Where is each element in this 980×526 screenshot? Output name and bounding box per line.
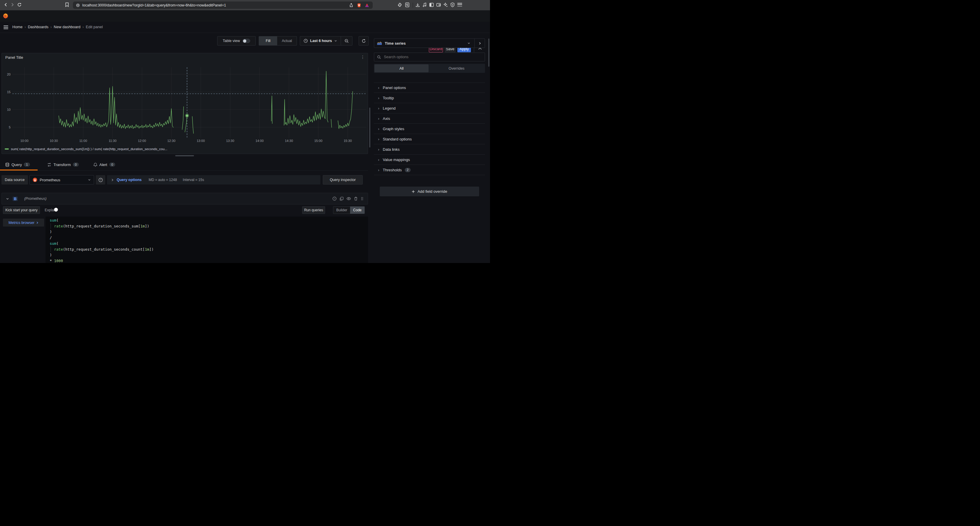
query-ref-id[interactable]: B — [13, 197, 18, 201]
metrics-browser-button[interactable]: Metrics browser — [3, 219, 44, 227]
option-group-data-links[interactable]: ›Data links — [374, 144, 485, 154]
chevron-down-icon — [334, 40, 337, 42]
url-bar[interactable]: localhost:3000/dashboard/new?orgId=1&tab… — [73, 2, 373, 9]
tab-alert[interactable]: Alert 0 — [94, 159, 115, 170]
back-icon[interactable] — [3, 2, 8, 7]
toggle-visibility-icon[interactable] — [347, 197, 351, 200]
query-ref-datasource: (Prometheus) — [24, 197, 46, 201]
code-line[interactable]: ) — [50, 229, 368, 235]
builder-option[interactable]: Builder — [333, 207, 350, 214]
x-axis-tick: 11:30 — [109, 139, 117, 143]
actual-option[interactable]: Actual — [277, 37, 297, 45]
legend-label[interactable]: sum( rate(http_request_duration_seconds_… — [11, 147, 167, 151]
drag-handle-icon[interactable] — [361, 197, 364, 201]
query-inspector-button[interactable]: Query inspector — [323, 175, 363, 184]
reload-icon[interactable] — [17, 2, 22, 7]
kickstart-button[interactable]: Kick start your query — [3, 206, 40, 214]
legend[interactable]: sum( rate(http_request_duration_seconds_… — [5, 147, 167, 151]
vpn-shield-icon[interactable] — [450, 2, 455, 7]
code-line[interactable]: * 1000 — [50, 258, 368, 263]
chevron-right-icon — [36, 221, 38, 224]
tab-overrides[interactable]: Overrides — [429, 64, 484, 72]
sidebar-panel-icon[interactable] — [429, 3, 434, 7]
code-line[interactable]: sum( — [50, 241, 368, 246]
panel-title: Panel Title — [5, 55, 23, 60]
delete-query-icon[interactable] — [354, 197, 358, 201]
forward-icon[interactable] — [10, 2, 15, 7]
promql-code-editor[interactable]: sum( rate(http_request_duration_seconds_… — [46, 216, 368, 263]
collapse-pane-button[interactable] — [475, 39, 485, 48]
svg-text:?: ? — [334, 197, 336, 200]
breadcrumb-dashboards[interactable]: Dashboards — [28, 25, 48, 29]
options-search[interactable] — [374, 52, 485, 61]
panel[interactable]: Panel Title ⋮ 10:0010:3011:0011:3012:001… — [2, 53, 368, 154]
zoom-out-button[interactable] — [341, 37, 352, 45]
code-line[interactable]: rate(http_request_duration_seconds_sum[1… — [50, 223, 368, 229]
query-options-bar[interactable]: Query options MD = auto = 1248 Interval … — [107, 175, 320, 184]
x-axis-tick: 10:00 — [20, 139, 29, 143]
option-group-standard-options[interactable]: ›Standard options — [374, 134, 485, 144]
code-option[interactable]: Code — [350, 207, 364, 214]
time-range-picker[interactable]: Last 6 hours — [300, 37, 340, 45]
query-row-b[interactable]: B (Prometheus) ? — [2, 193, 368, 205]
site-info-icon[interactable] — [76, 3, 80, 7]
editor-tabs: Query 1 Transform 0 Alert 0 — [0, 159, 368, 171]
duplicate-query-icon[interactable] — [339, 197, 344, 201]
fill-option[interactable]: Fill — [259, 37, 277, 45]
share-icon[interactable] — [349, 3, 353, 7]
options-search-input[interactable] — [383, 55, 482, 59]
hover-point — [186, 114, 188, 117]
main-scrollbar[interactable] — [369, 108, 371, 148]
thresholds-count-badge: 2 — [405, 168, 410, 172]
time-series-chart[interactable]: 10:0010:3011:0011:3012:0012:3013:0013:30… — [2, 65, 367, 144]
extensions-puzzle-icon[interactable] — [398, 3, 402, 7]
option-group-axis[interactable]: ›Axis — [374, 113, 485, 124]
search-tab-icon[interactable] — [405, 2, 409, 7]
panel-resize-handle[interactable] — [175, 155, 194, 156]
add-field-override-button[interactable]: Add field override — [380, 187, 479, 196]
x-axis-tick: 15:30 — [344, 139, 352, 143]
breadcrumb-bar: Home› Dashboards› New dashboard› Edit pa… — [0, 22, 490, 33]
leo-ai-sparkle-icon[interactable] — [443, 2, 448, 7]
breadcrumb-new-dashboard[interactable]: New dashboard — [54, 25, 81, 29]
chevron-right-icon — [111, 178, 114, 181]
option-group-legend[interactable]: ›Legend — [374, 103, 485, 113]
query-help-icon[interactable]: ? — [332, 197, 337, 201]
brave-shield-icon[interactable] — [357, 3, 361, 8]
table-view-toggle[interactable] — [242, 39, 250, 43]
datasource-help-button[interactable]: ? — [96, 175, 105, 184]
option-group-value-mappings[interactable]: ›Value mappings — [374, 154, 485, 165]
option-group-panel-options[interactable]: ›Panel options — [374, 83, 485, 93]
code-line[interactable]: rate(http_request_duration_seconds_count… — [50, 246, 368, 253]
browser-menu-icon[interactable] — [457, 3, 462, 6]
time-range-control: Last 6 hours — [300, 36, 352, 46]
breadcrumb-home[interactable]: Home — [12, 25, 22, 29]
datasource-picker[interactable]: Prometheus — [29, 175, 94, 184]
code-line[interactable]: ) — [50, 252, 368, 258]
refresh-button[interactable] — [359, 36, 369, 46]
y-axis-tick: 20 — [7, 73, 11, 76]
panel-menu-icon[interactable]: ⋮ — [361, 55, 365, 59]
wallet-icon[interactable] — [436, 3, 441, 7]
music-icon[interactable] — [422, 2, 427, 7]
grafana-logo[interactable] — [3, 13, 8, 19]
tab-all[interactable]: All — [374, 64, 429, 72]
tab-query[interactable]: Query 1 — [5, 159, 30, 170]
code-line[interactable]: sum( — [50, 218, 368, 223]
bookmark-icon[interactable] — [65, 2, 69, 7]
option-group-graph-styles[interactable]: ›Graph styles — [374, 124, 485, 134]
sidebar-scrollbar[interactable] — [488, 38, 489, 67]
mega-menu-icon[interactable] — [3, 25, 8, 29]
code-line[interactable]: / — [50, 235, 368, 241]
extension-triangle-icon[interactable] — [365, 3, 369, 7]
run-queries-button[interactable]: Run queries — [302, 206, 325, 214]
tab-transform[interactable]: Transform 0 — [47, 159, 79, 170]
query-options-label[interactable]: Query options — [117, 178, 142, 182]
option-group-thresholds[interactable]: ›Thresholds 2 — [374, 165, 485, 175]
option-group-tooltip[interactable]: ›Tooltip — [374, 93, 485, 103]
datasource-value: Prometheus — [40, 178, 60, 182]
table-view-control: Table view — [217, 36, 256, 46]
downloads-icon[interactable] — [415, 3, 420, 7]
alert-count: 0 — [109, 162, 115, 167]
viz-picker[interactable]: Time series — [374, 38, 485, 48]
